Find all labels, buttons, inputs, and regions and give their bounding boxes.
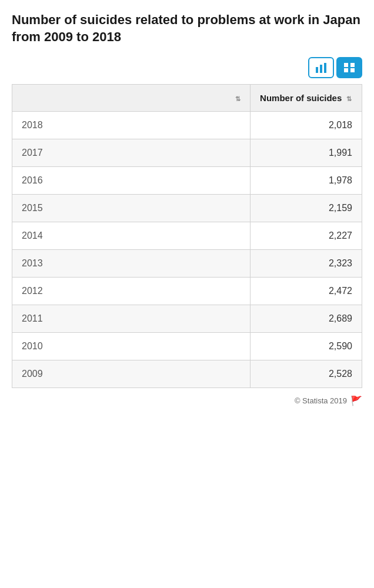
value-cell: 1,978: [250, 167, 362, 195]
svg-rect-0: [316, 67, 318, 73]
year-cell: 2012: [12, 278, 251, 305]
svg-rect-2: [324, 63, 326, 73]
data-table: ⇅ Number of suicides ⇅ 20182,01820171,99…: [12, 84, 362, 388]
svg-rect-3: [344, 63, 348, 67]
table-body: 20182,01820171,99120161,97820152,1592014…: [12, 112, 362, 388]
svg-rect-1: [320, 65, 322, 73]
table-row: 20132,323: [12, 250, 362, 278]
grid-icon: [343, 62, 355, 73]
year-cell: 2017: [12, 139, 251, 167]
table-row: 20112,689: [12, 305, 362, 333]
table-header-row: ⇅ Number of suicides ⇅: [12, 85, 362, 112]
page-title: Number of suicides related to problems a…: [12, 12, 362, 45]
chart-view-button[interactable]: [308, 57, 334, 78]
year-cell: 2011: [12, 305, 251, 333]
svg-rect-6: [350, 68, 355, 72]
value-cell: 2,227: [250, 222, 362, 250]
table-view-button[interactable]: [336, 57, 362, 78]
year-cell: 2018: [12, 112, 251, 139]
table-row: 20171,991: [12, 139, 362, 167]
footer-text: © Statista 2019: [295, 396, 347, 405]
suicides-column-header[interactable]: Number of suicides ⇅: [250, 85, 362, 112]
value-cell: 2,689: [250, 305, 362, 333]
table-row: 20102,590: [12, 333, 362, 360]
value-cell: 1,991: [250, 139, 362, 167]
value-cell: 2,323: [250, 250, 362, 278]
year-cell: 2014: [12, 222, 251, 250]
table-row: 20152,159: [12, 195, 362, 222]
flag-icon: 🚩: [350, 395, 362, 406]
year-cell: 2013: [12, 250, 251, 278]
table-row: 20161,978: [12, 167, 362, 195]
footer: © Statista 2019 🚩: [12, 395, 362, 406]
toolbar: [12, 57, 362, 78]
sort-icon-suicides: ⇅: [346, 95, 352, 103]
table-row: 20142,227: [12, 222, 362, 250]
value-cell: 2,590: [250, 333, 362, 360]
value-cell: 2,528: [250, 360, 362, 388]
year-cell: 2010: [12, 333, 251, 360]
bar-chart-icon: [315, 62, 327, 73]
year-column-header[interactable]: ⇅: [12, 85, 251, 112]
value-cell: 2,018: [250, 112, 362, 139]
svg-rect-5: [344, 68, 348, 72]
value-cell: 2,472: [250, 278, 362, 305]
year-cell: 2015: [12, 195, 251, 222]
table-row: 20182,018: [12, 112, 362, 139]
table-row: 20122,472: [12, 278, 362, 305]
table-row: 20092,528: [12, 360, 362, 388]
year-cell: 2009: [12, 360, 251, 388]
svg-rect-4: [350, 63, 355, 67]
value-cell: 2,159: [250, 195, 362, 222]
main-container: Number of suicides related to problems a…: [12, 12, 362, 406]
sort-icon-year: ⇅: [235, 95, 241, 103]
year-cell: 2016: [12, 167, 251, 195]
